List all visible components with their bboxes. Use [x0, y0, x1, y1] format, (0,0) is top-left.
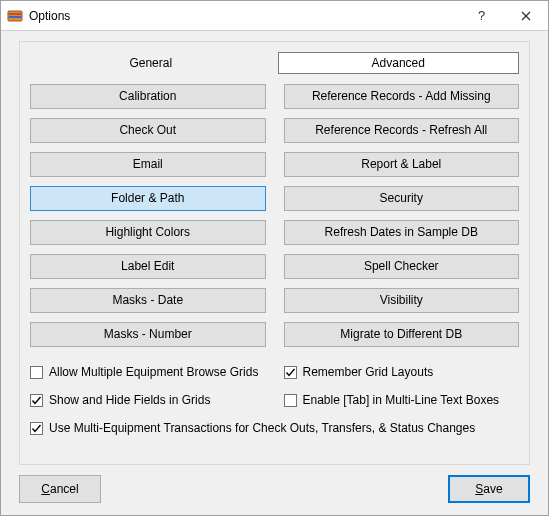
btn-security[interactable]: Security [284, 186, 520, 211]
titlebar: Options ? [1, 1, 548, 31]
chk-label: Show and Hide Fields in Grids [49, 393, 210, 407]
btn-email[interactable]: Email [30, 152, 266, 177]
client-area: General Advanced Calibration Reference R… [1, 31, 548, 515]
chk-show-hide[interactable]: Show and Hide Fields in Grids [30, 393, 266, 407]
btn-folder-path[interactable]: Folder & Path [30, 186, 266, 211]
chk-use-multi[interactable]: Use Multi-Equipment Transactions for Che… [30, 421, 519, 435]
chk-label: Allow Multiple Equipment Browse Grids [49, 365, 258, 379]
footer: Cancel Save [19, 465, 530, 507]
chk-label: Remember Grid Layouts [303, 365, 434, 379]
cancel-button[interactable]: Cancel [19, 475, 101, 503]
svg-rect-1 [9, 13, 21, 15]
svg-rect-2 [9, 16, 21, 18]
checkbox-icon [284, 394, 297, 407]
btn-masks-date[interactable]: Masks - Date [30, 288, 266, 313]
chk-label: Use Multi-Equipment Transactions for Che… [49, 421, 475, 435]
options-panel: General Advanced Calibration Reference R… [19, 41, 530, 465]
close-button[interactable] [504, 1, 548, 31]
btn-report-label[interactable]: Report & Label [284, 152, 520, 177]
checkbox-icon [30, 366, 43, 379]
save-button[interactable]: Save [448, 475, 530, 503]
window-title: Options [29, 9, 460, 23]
tab-advanced[interactable]: Advanced [278, 52, 520, 74]
help-button[interactable]: ? [460, 1, 504, 31]
checkbox-icon [284, 366, 297, 379]
btn-label-edit[interactable]: Label Edit [30, 254, 266, 279]
btn-calibration[interactable]: Calibration [30, 84, 266, 109]
btn-refresh-sample-db[interactable]: Refresh Dates in Sample DB [284, 220, 520, 245]
chk-label: Enable [Tab] in Multi-Line Text Boxes [303, 393, 500, 407]
option-button-grid: Calibration Reference Records - Add Miss… [30, 84, 519, 347]
btn-highlight-colors[interactable]: Highlight Colors [30, 220, 266, 245]
btn-spell-checker[interactable]: Spell Checker [284, 254, 520, 279]
app-icon [7, 8, 23, 24]
btn-migrate-db[interactable]: Migrate to Different DB [284, 322, 520, 347]
checkbox-icon [30, 422, 43, 435]
tab-general[interactable]: General [30, 52, 272, 74]
btn-ref-add-missing[interactable]: Reference Records - Add Missing [284, 84, 520, 109]
chk-allow-multiple[interactable]: Allow Multiple Equipment Browse Grids [30, 365, 266, 379]
tab-row: General Advanced [30, 52, 519, 74]
btn-visibility[interactable]: Visibility [284, 288, 520, 313]
chk-remember-grid[interactable]: Remember Grid Layouts [284, 365, 520, 379]
chk-enable-tab[interactable]: Enable [Tab] in Multi-Line Text Boxes [284, 393, 520, 407]
btn-masks-number[interactable]: Masks - Number [30, 322, 266, 347]
checkbox-area: Allow Multiple Equipment Browse Grids Re… [30, 365, 519, 435]
options-window: Options ? General Advanced Calibration R… [0, 0, 549, 516]
btn-check-out[interactable]: Check Out [30, 118, 266, 143]
checkbox-icon [30, 394, 43, 407]
svg-text:?: ? [478, 9, 485, 23]
btn-ref-refresh-all[interactable]: Reference Records - Refresh All [284, 118, 520, 143]
